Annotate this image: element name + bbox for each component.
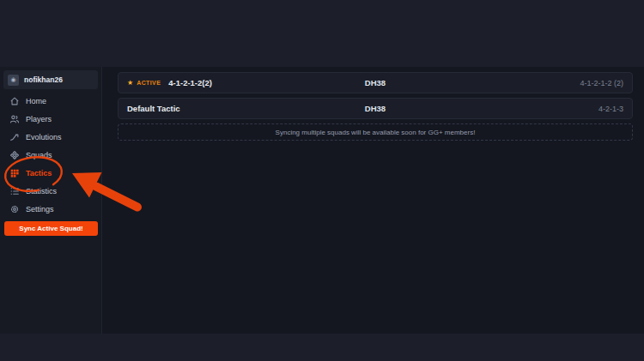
sidebar-item-settings[interactable]: Settings [0, 200, 101, 218]
sync-notice-text: Syncing multiple squads will be availabl… [276, 129, 476, 136]
tactic-name: Default Tactic [127, 104, 180, 113]
sidebar-item-home[interactable]: Home [0, 92, 101, 110]
tactic-formation: 4-1-2-1-2 (2) [580, 79, 623, 87]
sidebar-item-label: Squads [26, 151, 52, 159]
statistics-icon [9, 186, 20, 196]
sidebar-item-tactics[interactable]: Tactics [0, 164, 101, 182]
sidebar-item-players[interactable]: Players [0, 110, 101, 128]
tactics-icon [9, 168, 20, 178]
sidebar-item-label: Evolutions [26, 133, 62, 141]
gear-icon [9, 204, 20, 214]
app-window: ◉ nofikhan26 Home Players Evolutions [0, 67, 644, 334]
squads-icon [9, 150, 20, 160]
sidebar: ◉ nofikhan26 Home Players Evolutions [0, 67, 102, 334]
tactic-row-title: Default Tactic [127, 104, 180, 113]
sidebar-item-squads[interactable]: Squads [0, 146, 101, 164]
evolutions-icon [9, 132, 20, 142]
tactic-row-title: ★ ACTIVE 4-1-2-1-2(2) [127, 78, 212, 87]
active-badge: ACTIVE [137, 80, 161, 86]
avatar: ◉ [8, 75, 19, 86]
home-icon [9, 96, 20, 106]
username: nofikhan26 [24, 75, 63, 84]
sidebar-item-label: Settings [26, 205, 54, 214]
sync-active-squad-button[interactable]: Sync Active Squad! [4, 221, 98, 236]
players-icon [9, 114, 20, 124]
tactic-name: 4-1-2-1-2(2) [168, 78, 212, 87]
sidebar-item-label: Statistics [26, 187, 57, 196]
sidebar-item-statistics[interactable]: Statistics [0, 182, 101, 200]
sidebar-item-label: Tactics [26, 169, 52, 177]
tactic-row-active[interactable]: ★ ACTIVE 4-1-2-1-2(2) DH38 4-1-2-1-2 (2) [118, 72, 633, 93]
tactics-panel: ★ ACTIVE 4-1-2-1-2(2) DH38 4-1-2-1-2 (2)… [102, 67, 644, 334]
sidebar-item-label: Home [26, 97, 46, 105]
sidebar-item-evolutions[interactable]: Evolutions [0, 128, 101, 146]
sync-notice: Syncing multiple squads will be availabl… [118, 123, 633, 141]
user-profile[interactable]: ◉ nofikhan26 [3, 70, 98, 89]
star-icon: ★ [127, 80, 133, 87]
tactic-code: DH38 [118, 104, 632, 113]
tactic-row-default[interactable]: Default Tactic DH38 4-2-1-3 [118, 98, 633, 119]
tactic-formation: 4-2-1-3 [598, 105, 623, 113]
sidebar-item-label: Players [26, 115, 52, 123]
